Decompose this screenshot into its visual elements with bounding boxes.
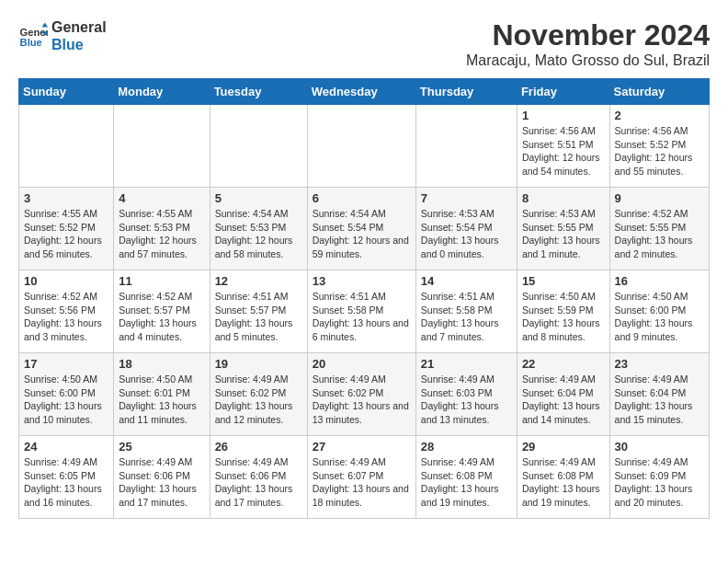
day-info: Sunrise: 4:52 AM Sunset: 5:56 PM Dayligh… <box>24 290 108 344</box>
day-number: 16 <box>615 274 704 288</box>
day-cell: 24Sunrise: 4:49 AM Sunset: 6:05 PM Dayli… <box>19 436 114 519</box>
day-info: Sunrise: 4:49 AM Sunset: 6:08 PM Dayligh… <box>421 455 512 510</box>
calendar-header: SundayMondayTuesdayWednesdayThursdayFrid… <box>19 79 710 105</box>
header-cell-saturday: Saturday <box>609 79 709 105</box>
day-number: 2 <box>615 109 704 122</box>
day-cell: 28Sunrise: 4:49 AM Sunset: 6:08 PM Dayli… <box>415 436 517 519</box>
day-number: 30 <box>615 440 704 454</box>
day-cell: 8Sunrise: 4:53 AM Sunset: 5:55 PM Daylig… <box>517 188 609 270</box>
day-cell: 20Sunrise: 4:49 AM Sunset: 6:02 PM Dayli… <box>307 353 415 436</box>
day-number: 27 <box>313 440 411 454</box>
day-info: Sunrise: 4:50 AM Sunset: 6:01 PM Dayligh… <box>119 373 204 427</box>
day-number: 29 <box>522 440 605 454</box>
day-cell: 3Sunrise: 4:55 AM Sunset: 5:52 PM Daylig… <box>19 188 114 270</box>
header-cell-thursday: Thursday <box>415 79 517 105</box>
day-info: Sunrise: 4:51 AM Sunset: 5:57 PM Dayligh… <box>215 290 302 344</box>
day-cell: 21Sunrise: 4:49 AM Sunset: 6:03 PM Dayli… <box>415 353 517 436</box>
day-number: 15 <box>522 274 605 288</box>
day-info: Sunrise: 4:49 AM Sunset: 6:04 PM Dayligh… <box>615 373 704 427</box>
day-cell: 1Sunrise: 4:56 AM Sunset: 5:51 PM Daylig… <box>517 105 609 188</box>
day-number: 1 <box>522 109 605 122</box>
week-row-3: 17Sunrise: 4:50 AM Sunset: 6:00 PM Dayli… <box>19 353 710 436</box>
day-cell: 25Sunrise: 4:49 AM Sunset: 6:06 PM Dayli… <box>114 436 210 519</box>
title-area: November 2024 Maracaju, Mato Grosso do S… <box>466 18 710 69</box>
header-row: SundayMondayTuesdayWednesdayThursdayFrid… <box>19 79 710 105</box>
day-cell: 13Sunrise: 4:51 AM Sunset: 5:58 PM Dayli… <box>307 270 415 353</box>
day-cell: 22Sunrise: 4:49 AM Sunset: 6:04 PM Dayli… <box>517 353 609 436</box>
day-number: 25 <box>119 440 204 454</box>
day-number: 21 <box>421 357 512 371</box>
week-row-2: 10Sunrise: 4:52 AM Sunset: 5:56 PM Dayli… <box>19 270 710 353</box>
day-info: Sunrise: 4:55 AM Sunset: 5:53 PM Dayligh… <box>119 207 204 261</box>
header-cell-wednesday: Wednesday <box>307 79 415 105</box>
day-number: 19 <box>215 357 302 371</box>
day-cell: 15Sunrise: 4:50 AM Sunset: 5:59 PM Dayli… <box>517 270 609 353</box>
day-cell: 26Sunrise: 4:49 AM Sunset: 6:06 PM Dayli… <box>210 436 307 519</box>
day-info: Sunrise: 4:51 AM Sunset: 5:58 PM Dayligh… <box>421 290 512 344</box>
day-number: 6 <box>313 191 411 205</box>
day-cell <box>210 105 307 188</box>
week-row-0: 1Sunrise: 4:56 AM Sunset: 5:51 PM Daylig… <box>19 105 710 188</box>
day-info: Sunrise: 4:52 AM Sunset: 5:55 PM Dayligh… <box>615 207 704 261</box>
day-number: 23 <box>615 357 704 371</box>
calendar-table: SundayMondayTuesdayWednesdayThursdayFrid… <box>18 78 710 519</box>
day-info: Sunrise: 4:54 AM Sunset: 5:54 PM Dayligh… <box>313 207 411 261</box>
day-number: 14 <box>421 274 512 288</box>
day-cell: 16Sunrise: 4:50 AM Sunset: 6:00 PM Dayli… <box>609 270 709 353</box>
day-info: Sunrise: 4:50 AM Sunset: 5:59 PM Dayligh… <box>522 290 605 344</box>
day-cell: 11Sunrise: 4:52 AM Sunset: 5:57 PM Dayli… <box>114 270 210 353</box>
page-header: General Blue General Blue November 2024 … <box>18 18 710 69</box>
day-cell: 10Sunrise: 4:52 AM Sunset: 5:56 PM Dayli… <box>19 270 114 353</box>
day-number: 24 <box>24 440 108 454</box>
day-cell: 29Sunrise: 4:49 AM Sunset: 6:08 PM Dayli… <box>517 436 609 519</box>
day-info: Sunrise: 4:49 AM Sunset: 6:06 PM Dayligh… <box>215 455 302 510</box>
day-number: 17 <box>24 357 108 371</box>
day-cell: 2Sunrise: 4:56 AM Sunset: 5:52 PM Daylig… <box>609 105 709 188</box>
day-info: Sunrise: 4:49 AM Sunset: 6:07 PM Dayligh… <box>313 455 411 510</box>
logo-text-general: General <box>51 18 107 36</box>
day-cell: 5Sunrise: 4:54 AM Sunset: 5:53 PM Daylig… <box>210 188 307 270</box>
day-cell: 23Sunrise: 4:49 AM Sunset: 6:04 PM Dayli… <box>609 353 709 436</box>
day-cell: 9Sunrise: 4:52 AM Sunset: 5:55 PM Daylig… <box>609 188 709 270</box>
day-number: 10 <box>24 274 108 288</box>
day-cell <box>307 105 415 188</box>
day-number: 13 <box>313 274 411 288</box>
day-info: Sunrise: 4:49 AM Sunset: 6:09 PM Dayligh… <box>615 455 704 510</box>
day-info: Sunrise: 4:53 AM Sunset: 5:55 PM Dayligh… <box>522 207 605 261</box>
header-cell-monday: Monday <box>114 79 210 105</box>
day-cell: 27Sunrise: 4:49 AM Sunset: 6:07 PM Dayli… <box>307 436 415 519</box>
day-info: Sunrise: 4:52 AM Sunset: 5:57 PM Dayligh… <box>119 290 204 344</box>
day-cell: 14Sunrise: 4:51 AM Sunset: 5:58 PM Dayli… <box>415 270 517 353</box>
day-info: Sunrise: 4:49 AM Sunset: 6:04 PM Dayligh… <box>522 373 605 427</box>
day-cell: 17Sunrise: 4:50 AM Sunset: 6:00 PM Dayli… <box>19 353 114 436</box>
day-number: 11 <box>119 274 204 288</box>
day-number: 18 <box>119 357 204 371</box>
logo: General Blue General Blue <box>18 18 107 53</box>
week-row-4: 24Sunrise: 4:49 AM Sunset: 6:05 PM Dayli… <box>19 436 710 519</box>
day-number: 9 <box>615 191 704 205</box>
day-cell: 30Sunrise: 4:49 AM Sunset: 6:09 PM Dayli… <box>609 436 709 519</box>
day-cell: 12Sunrise: 4:51 AM Sunset: 5:57 PM Dayli… <box>210 270 307 353</box>
day-number: 7 <box>421 191 512 205</box>
svg-marker-2 <box>42 23 48 28</box>
day-cell <box>114 105 210 188</box>
day-number: 8 <box>522 191 605 205</box>
day-info: Sunrise: 4:49 AM Sunset: 6:05 PM Dayligh… <box>24 455 108 510</box>
day-number: 20 <box>313 357 411 371</box>
header-cell-friday: Friday <box>517 79 609 105</box>
day-cell: 6Sunrise: 4:54 AM Sunset: 5:54 PM Daylig… <box>307 188 415 270</box>
header-cell-tuesday: Tuesday <box>210 79 307 105</box>
day-info: Sunrise: 4:49 AM Sunset: 6:02 PM Dayligh… <box>215 373 302 427</box>
location: Maracaju, Mato Grosso do Sul, Brazil <box>466 52 710 69</box>
day-info: Sunrise: 4:49 AM Sunset: 6:08 PM Dayligh… <box>522 455 605 510</box>
day-number: 4 <box>119 191 204 205</box>
day-cell <box>415 105 517 188</box>
day-info: Sunrise: 4:49 AM Sunset: 6:02 PM Dayligh… <box>313 373 411 427</box>
day-cell: 18Sunrise: 4:50 AM Sunset: 6:01 PM Dayli… <box>114 353 210 436</box>
day-number: 3 <box>24 191 108 205</box>
day-info: Sunrise: 4:53 AM Sunset: 5:54 PM Dayligh… <box>421 207 512 261</box>
svg-text:Blue: Blue <box>20 37 42 48</box>
day-cell <box>19 105 114 188</box>
day-number: 5 <box>215 191 302 205</box>
day-info: Sunrise: 4:50 AM Sunset: 6:00 PM Dayligh… <box>615 290 704 344</box>
